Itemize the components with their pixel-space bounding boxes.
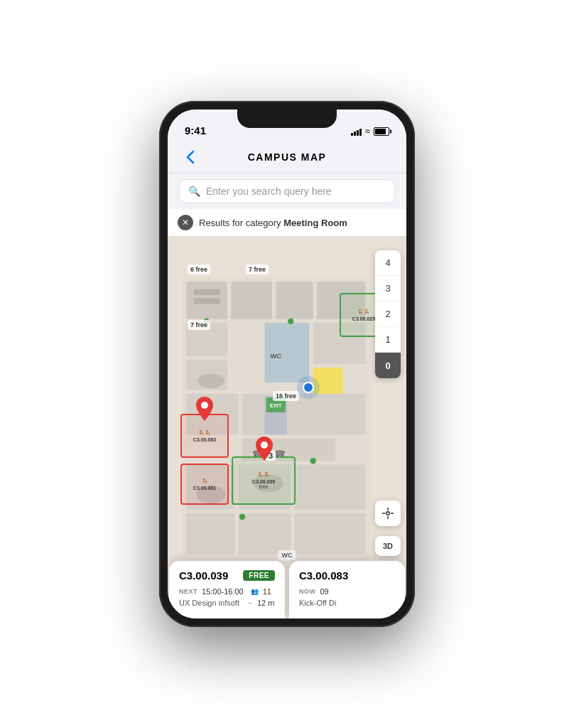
svg-rect-4 bbox=[276, 282, 313, 319]
floor-1-button[interactable]: 1 bbox=[375, 327, 401, 353]
battery-icon bbox=[374, 127, 389, 136]
category-banner: ✕ Results for category Meeting Room bbox=[168, 209, 406, 236]
search-bar-container: 🔍 Enter you search query here bbox=[168, 173, 406, 209]
card-1-distance: 12 m bbox=[257, 599, 274, 607]
room-C3-00-039[interactable]: 🪑🪑 C3.00.039 free bbox=[232, 456, 296, 505]
svg-rect-22 bbox=[194, 289, 220, 295]
phone-notch bbox=[237, 109, 337, 128]
card-2-now-label: NOW bbox=[299, 588, 316, 595]
floor-controls[interactable]: 4 3 2 1 0 bbox=[375, 250, 401, 378]
svg-rect-19 bbox=[239, 513, 291, 555]
close-category-button[interactable]: ✕ bbox=[178, 215, 193, 230]
signal-icon bbox=[351, 127, 362, 136]
free-label-2: 7 free bbox=[246, 264, 269, 274]
pin-C3-00-039[interactable] bbox=[256, 437, 273, 461]
floor-3-button[interactable]: 3 bbox=[375, 276, 401, 301]
svg-point-35 bbox=[239, 514, 245, 520]
user-location-dot bbox=[303, 382, 314, 393]
card-2-meeting-name: Kick-Off Di bbox=[299, 599, 336, 607]
card-1-arrow: → bbox=[247, 599, 253, 606]
room-C3-00-081[interactable]: 🪑 C3.00.081 bbox=[180, 464, 229, 505]
phone-frame: 9:41 ≈ CAMPUS MAP bbox=[159, 101, 415, 627]
card-1-status-badge: FREE bbox=[243, 570, 275, 581]
bottom-cards-container: C3.00.039 FREE NEXT 15:00-16:00 👥 11 UX … bbox=[168, 561, 406, 619]
card-1-next-label: NEXT bbox=[179, 588, 197, 595]
map-area[interactable]: WC EXIT ☎ ☎ 6 bbox=[168, 236, 406, 619]
svg-point-33 bbox=[288, 318, 293, 324]
free-label-4: 16 free bbox=[273, 391, 299, 401]
svg-point-34 bbox=[310, 458, 316, 464]
back-button[interactable] bbox=[179, 146, 202, 168]
category-text: Results for category Meeting Room bbox=[199, 218, 347, 228]
card-1-time: 15:00-16:00 bbox=[202, 587, 244, 596]
search-input-wrap[interactable]: 🔍 Enter you search query here bbox=[179, 179, 395, 203]
page-title: CAMPUS MAP bbox=[202, 151, 372, 163]
card-1-meeting-name: UX Design infsoft bbox=[179, 599, 239, 607]
svg-point-37 bbox=[261, 441, 268, 449]
wifi-icon: ≈ bbox=[365, 126, 370, 136]
free-label-1: 6 free bbox=[188, 264, 210, 274]
free-label-3: 7 free bbox=[188, 320, 210, 330]
category-name: Meeting Room bbox=[283, 218, 347, 228]
wc-label-bottom: WC bbox=[278, 550, 296, 560]
svg-rect-3 bbox=[231, 282, 272, 319]
svg-point-27 bbox=[197, 373, 224, 388]
card-1-room-name: C3.00.039 bbox=[179, 569, 228, 582]
svg-rect-17 bbox=[295, 465, 366, 510]
card-1-people: 11 bbox=[263, 587, 271, 596]
svg-rect-18 bbox=[186, 513, 234, 555]
status-icons: ≈ bbox=[351, 126, 389, 136]
svg-rect-10 bbox=[313, 368, 343, 397]
three-d-button[interactable]: 3D bbox=[375, 536, 401, 556]
phone-screen: 9:41 ≈ CAMPUS MAP bbox=[168, 109, 406, 619]
svg-point-38 bbox=[386, 512, 390, 515]
search-icon: 🔍 bbox=[188, 186, 200, 197]
svg-rect-20 bbox=[295, 513, 366, 555]
close-icon: ✕ bbox=[182, 218, 189, 228]
svg-rect-23 bbox=[194, 298, 220, 304]
card-2-status: 09 bbox=[320, 587, 329, 596]
pin-C3-00-083[interactable] bbox=[196, 397, 213, 421]
svg-point-36 bbox=[201, 402, 208, 409]
floor-2-button[interactable]: 2 bbox=[375, 301, 401, 327]
navigation-bar: CAMPUS MAP bbox=[168, 141, 406, 173]
floor-4-button[interactable]: 4 bbox=[375, 250, 401, 276]
floor-0-button[interactable]: 0 bbox=[375, 353, 401, 378]
status-time: 9:41 bbox=[185, 124, 206, 136]
search-input[interactable]: Enter you search query here bbox=[206, 186, 332, 197]
svg-text:EXIT: EXIT bbox=[270, 402, 282, 409]
card-2-room-name: C3.00.083 bbox=[299, 569, 348, 582]
svg-text:WC: WC bbox=[270, 352, 281, 360]
room-card-C3-00-039[interactable]: C3.00.039 FREE NEXT 15:00-16:00 👥 11 UX … bbox=[169, 561, 285, 619]
my-location-button[interactable] bbox=[375, 500, 401, 526]
room-card-C3-00-083[interactable]: C3.00.083 NOW 09 Kick-Off Di bbox=[289, 561, 405, 619]
